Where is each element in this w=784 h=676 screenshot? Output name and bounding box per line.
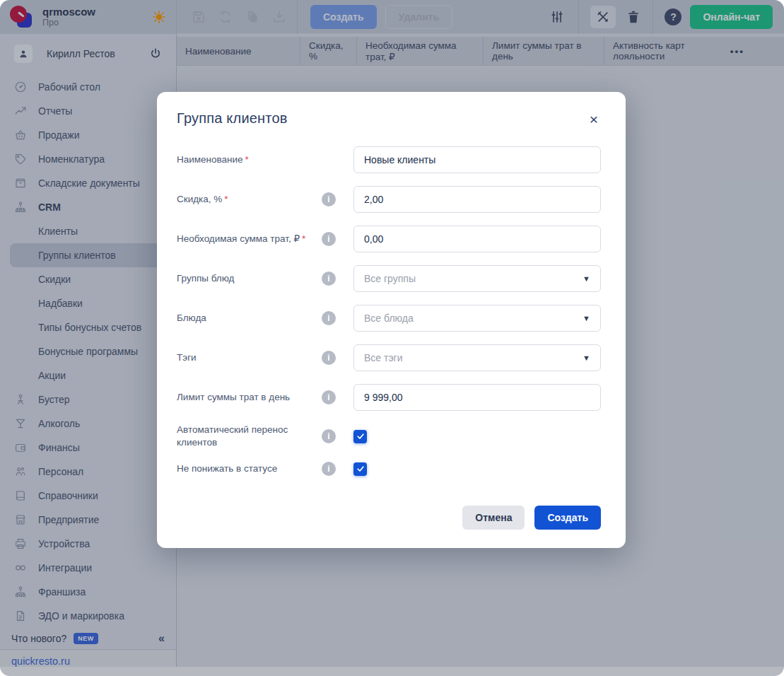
daily-limit-input[interactable] bbox=[353, 384, 601, 411]
required-marker: * bbox=[302, 233, 305, 244]
field-row-no-downgrade: Не понижать в статусе i bbox=[177, 462, 601, 476]
field-label: Не понижать в статусе bbox=[177, 462, 322, 475]
field-label: Необходимая сумма трат, ₽* bbox=[177, 233, 322, 245]
name-input[interactable] bbox=[353, 146, 601, 173]
close-icon[interactable]: × bbox=[587, 110, 601, 128]
info-icon[interactable]: i bbox=[322, 351, 336, 365]
dish-groups-select[interactable]: Все группы ▼ bbox=[353, 265, 601, 292]
info-icon[interactable]: i bbox=[322, 192, 336, 206]
app-window: qrmoscow Про Кирилл Рестов Рабочий стол bbox=[0, 0, 784, 676]
submit-create-button[interactable]: Создать bbox=[534, 506, 601, 530]
no-downgrade-checkbox[interactable] bbox=[353, 462, 367, 476]
field-label: Скидка, %* bbox=[177, 193, 322, 206]
field-label: Блюда bbox=[177, 312, 322, 325]
required-marker: * bbox=[224, 194, 228, 204]
field-row-name: Наименование* bbox=[177, 146, 601, 173]
info-icon[interactable]: i bbox=[322, 462, 336, 476]
chevron-down-icon: ▼ bbox=[583, 354, 590, 362]
modal-title: Группа клиентов bbox=[177, 110, 288, 127]
info-icon[interactable]: i bbox=[322, 390, 336, 404]
field-row-discount: Скидка, %* i bbox=[177, 186, 601, 213]
required-marker: * bbox=[245, 154, 249, 165]
field-label: Группы блюд bbox=[177, 272, 322, 285]
dishes-select[interactable]: Все блюда ▼ bbox=[353, 305, 601, 332]
field-row-auto-transfer: Автоматический перенос клиентов i bbox=[177, 424, 601, 449]
discount-input[interactable] bbox=[353, 186, 601, 213]
field-row-dishes: Блюда i Все блюда ▼ bbox=[177, 305, 601, 332]
tags-select[interactable]: Все тэги ▼ bbox=[353, 344, 601, 371]
client-group-modal: Группа клиентов × Наименование* Скидка, … bbox=[157, 92, 626, 548]
info-icon[interactable]: i bbox=[322, 429, 336, 443]
chevron-down-icon: ▼ bbox=[583, 274, 590, 283]
field-row-tags: Тэги i Все тэги ▼ bbox=[177, 344, 601, 371]
cancel-button[interactable]: Отмена bbox=[462, 506, 525, 530]
field-row-required-sum: Необходимая сумма трат, ₽* i bbox=[177, 226, 601, 252]
field-label: Лимит суммы трат в день bbox=[177, 391, 322, 404]
field-label: Автоматический перенос клиентов bbox=[177, 424, 322, 449]
info-icon[interactable]: i bbox=[322, 232, 336, 246]
info-icon[interactable]: i bbox=[322, 272, 336, 286]
field-label: Наименование* bbox=[177, 153, 322, 166]
field-row-daily-limit: Лимит суммы трат в день i bbox=[177, 384, 601, 411]
chevron-down-icon: ▼ bbox=[583, 314, 590, 322]
auto-transfer-checkbox[interactable] bbox=[353, 430, 367, 443]
required-sum-input[interactable] bbox=[353, 226, 601, 252]
field-label: Тэги bbox=[177, 351, 322, 364]
field-row-dish-groups: Группы блюд i Все группы ▼ bbox=[177, 265, 601, 292]
info-icon[interactable]: i bbox=[322, 311, 336, 325]
